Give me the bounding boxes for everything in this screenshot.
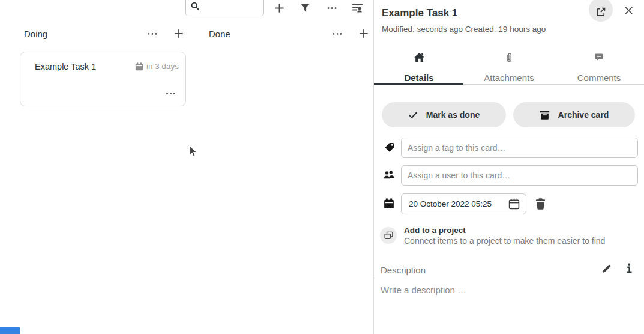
card-due-date: in 3 days — [135, 62, 179, 71]
project-copy-icon — [384, 231, 393, 240]
archive-card-label: Archive card — [558, 110, 609, 120]
checkmark-icon — [408, 111, 418, 119]
assign-user-input[interactable] — [401, 165, 638, 186]
tab-details-label: Details — [404, 73, 433, 83]
comments-icon — [594, 53, 604, 62]
detail-panel-title: Example Task 1 — [382, 7, 457, 19]
tab-comments-label: Comments — [577, 73, 621, 83]
search-input[interactable] — [203, 1, 311, 11]
description-rule — [374, 278, 644, 278]
more-options-icon — [327, 7, 337, 10]
assigned-cards-button[interactable] — [351, 1, 364, 14]
card-menu-button[interactable] — [164, 89, 176, 97]
column-title-done: Done — [209, 29, 230, 39]
done-column-menu-button[interactable] — [331, 29, 343, 38]
detail-panel-meta: Modified: seconds ago Created: 19 hours … — [382, 25, 546, 34]
open-in-new-window-button[interactable] — [589, 0, 613, 22]
open-in-new-window-icon — [596, 7, 606, 17]
doing-column-menu-button[interactable] — [146, 29, 158, 38]
filter-button[interactable] — [299, 2, 311, 14]
add-to-project-title: Add to a project — [404, 226, 466, 235]
calendar-icon — [384, 198, 394, 209]
panel-divider — [373, 0, 374, 334]
mouse-cursor — [189, 145, 197, 160]
assign-tag-input[interactable] — [401, 138, 638, 158]
add-list-icon — [274, 3, 284, 13]
calendar-icon — [135, 62, 143, 71]
assigned-cards-icon — [352, 3, 363, 13]
add-list-button[interactable] — [273, 1, 285, 14]
more-options-icon — [148, 32, 157, 35]
search-icon — [191, 2, 199, 10]
search-box[interactable] — [185, 0, 264, 16]
filter-icon — [301, 4, 310, 13]
edit-description-button[interactable] — [600, 263, 612, 275]
remove-due-date-button[interactable] — [534, 197, 547, 210]
due-date-value: 20 October 2022 05:25 — [409, 199, 507, 208]
doing-add-card-button[interactable] — [173, 28, 184, 40]
board-more-options-button[interactable] — [326, 4, 337, 12]
more-options-icon — [166, 92, 176, 95]
archive-card-button[interactable]: Archive card — [513, 102, 635, 127]
card-title: Example Task 1 — [35, 62, 96, 71]
description-label: Description — [381, 265, 426, 275]
tab-attachments-label: Attachments — [484, 73, 534, 83]
add-to-project-subtitle: Connect items to a project to make them … — [404, 236, 605, 246]
description-info-button[interactable] — [624, 262, 634, 274]
mark-as-done-button[interactable]: Mark as done — [382, 102, 506, 127]
archive-icon — [540, 110, 550, 120]
trash-icon — [535, 198, 546, 210]
project-circle — [380, 227, 397, 244]
home-icon — [414, 53, 424, 62]
due-date-field[interactable]: 20 October 2022 05:25 — [401, 193, 526, 214]
add-card-icon — [359, 29, 369, 38]
tab-comments[interactable]: Comments — [554, 53, 644, 83]
column-title-doing: Doing — [24, 29, 47, 39]
more-options-icon — [333, 32, 342, 35]
calendar-picker-icon — [508, 198, 520, 210]
info-icon — [626, 263, 633, 273]
selection-highlight — [0, 327, 20, 334]
add-to-project-row[interactable]: Add to a project Connect items to a proj… — [380, 227, 638, 247]
tag-icon — [384, 142, 395, 152]
close-panel-button[interactable] — [622, 4, 634, 16]
add-card-icon — [174, 29, 184, 38]
pencil-icon — [601, 264, 612, 274]
app-window: Doing Done Example Task 1 in 3 days Exam… — [0, 0, 644, 334]
paperclip-icon — [505, 53, 513, 62]
done-add-card-button[interactable] — [358, 28, 369, 40]
card-due-label: in 3 days — [146, 62, 179, 71]
description-placeholder[interactable]: Write a description … — [381, 285, 466, 295]
users-icon — [383, 169, 395, 180]
task-card[interactable]: Example Task 1 in 3 days — [20, 52, 186, 106]
date-picker-button[interactable] — [507, 197, 521, 211]
tab-details[interactable]: Details — [374, 53, 464, 83]
tab-attachments[interactable]: Attachments — [464, 53, 554, 83]
close-icon — [624, 5, 634, 16]
mark-as-done-label: Mark as done — [426, 110, 480, 120]
active-tab-underline — [374, 83, 463, 85]
